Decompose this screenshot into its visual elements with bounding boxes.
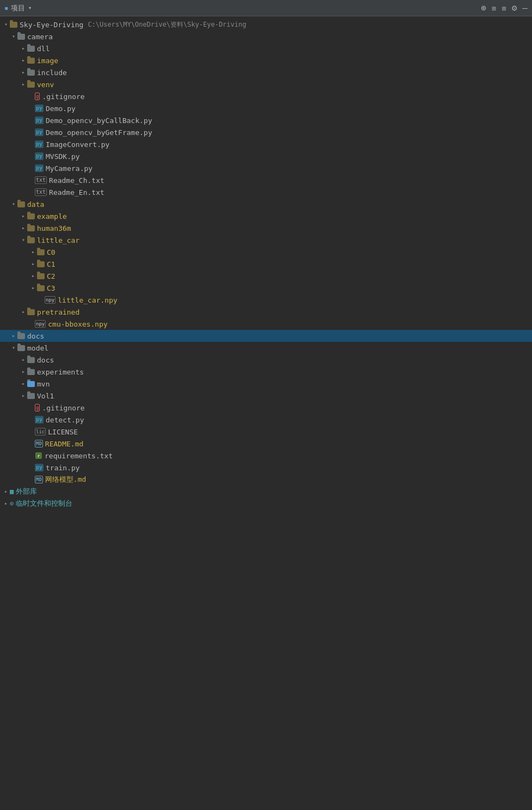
md-icon-network: MD xyxy=(35,476,43,483)
label-demo-getframe: Demo_opencv_byGetFrame.py xyxy=(46,128,152,137)
folder-dll[interactable]: dll xyxy=(0,42,532,54)
chevron-image[interactable] xyxy=(20,57,27,64)
chevron-root[interactable] xyxy=(2,21,10,28)
folder-docs-root[interactable]: docs xyxy=(0,330,532,342)
folder-model[interactable]: model xyxy=(0,342,532,354)
folder-icon-venv xyxy=(27,82,35,88)
file-mycamera[interactable]: py MyCamera.py xyxy=(0,162,532,174)
chevron-c0[interactable] xyxy=(29,248,37,256)
chevron-model[interactable] xyxy=(10,344,17,352)
file-license[interactable]: lic LICENSE xyxy=(0,426,532,438)
toolbar-dropdown[interactable]: ▾ xyxy=(28,4,32,11)
file-network-model-md[interactable]: MD 网络模型.md xyxy=(0,474,532,486)
label-include: include xyxy=(37,69,67,77)
folder-icon-docs-root xyxy=(17,333,25,339)
folder-icon-little-car xyxy=(27,237,35,243)
temp-files[interactable]: ⊙ 临时文件和控制台 xyxy=(0,498,532,510)
folder-human36m[interactable]: human36m xyxy=(0,222,532,234)
label-requirements: requirements.txt xyxy=(45,452,113,460)
file-cmu-bboxes[interactable]: npy cmu-bboxes.npy xyxy=(0,318,532,330)
folder-vol1[interactable]: Vol1 xyxy=(0,390,532,402)
folder-include[interactable]: include xyxy=(0,66,532,78)
label-model-docs: docs xyxy=(37,356,54,364)
chevron-include[interactable] xyxy=(20,69,27,76)
folder-icon-dll xyxy=(27,46,35,52)
file-readme-ch[interactable]: txt Readme_Ch.txt xyxy=(0,174,532,186)
label-demo-py: Demo.py xyxy=(46,105,76,113)
folder-icon-vol1 xyxy=(27,393,35,399)
minimize-button[interactable]: — xyxy=(522,4,528,13)
chevron-external[interactable] xyxy=(2,488,10,495)
folder-mvn[interactable]: mvn xyxy=(0,378,532,390)
chevron-little-car[interactable] xyxy=(20,236,27,244)
chevron-venv[interactable] xyxy=(20,81,27,88)
tree-root[interactable]: Sky-Eye-Driving C:\Users\MY\OneDrive\资料\… xyxy=(0,19,532,30)
chevron-c1[interactable] xyxy=(29,260,37,268)
py-icon-callback: py xyxy=(35,116,44,124)
chevron-pretrained[interactable] xyxy=(20,308,27,316)
chevron-docs-root[interactable] xyxy=(10,332,17,340)
align1-button[interactable]: ≡ xyxy=(492,4,496,12)
file-gitignore-model[interactable]: g .gitignore xyxy=(0,402,532,414)
folder-icon-image xyxy=(27,58,35,64)
npy-icon-little-car: npy xyxy=(45,296,55,304)
file-demo-callback[interactable]: py Demo_opencv_byCallBack.py xyxy=(0,114,532,126)
chevron-temp[interactable] xyxy=(2,500,10,507)
chevron-experiments[interactable] xyxy=(20,368,27,376)
chevron-data[interactable] xyxy=(10,200,17,208)
folder-camera[interactable]: camera xyxy=(0,30,532,42)
file-demo-getframe[interactable]: py Demo_opencv_byGetFrame.py xyxy=(0,126,532,138)
folder-little-car[interactable]: little_car xyxy=(0,234,532,246)
npy-icon-cmu: npy xyxy=(35,320,46,328)
chevron-dll[interactable] xyxy=(20,45,27,52)
label-little-car: little_car xyxy=(37,236,79,244)
chevron-c2[interactable] xyxy=(29,272,37,280)
label-train: train.py xyxy=(46,464,80,472)
file-mvsdk[interactable]: py MVSDK.py xyxy=(0,150,532,162)
folder-model-docs[interactable]: docs xyxy=(0,354,532,366)
file-readme-md[interactable]: MD README.md xyxy=(0,438,532,450)
add-button[interactable]: ⊕ xyxy=(481,4,486,13)
chevron-camera[interactable] xyxy=(10,33,17,40)
label-readme-en: Readme_En.txt xyxy=(49,188,104,197)
folder-experiments[interactable]: experiments xyxy=(0,366,532,378)
folder-image[interactable]: image xyxy=(0,54,532,66)
folder-venv[interactable]: venv xyxy=(0,78,532,90)
chevron-human36m[interactable] xyxy=(20,224,27,232)
chevron-c3[interactable] xyxy=(29,284,37,292)
align2-button[interactable]: ≡ xyxy=(502,4,506,12)
chevron-example[interactable] xyxy=(20,212,27,220)
folder-example[interactable]: example xyxy=(0,210,532,222)
external-libs[interactable]: ▦ 外部库 xyxy=(0,486,532,498)
label-demo-callback: Demo_opencv_byCallBack.py xyxy=(46,116,152,125)
chevron-mvn[interactable] xyxy=(20,380,27,388)
file-imageconvert[interactable]: py ImageConvert.py xyxy=(0,138,532,150)
file-readme-en[interactable]: txt Readme_En.txt xyxy=(0,186,532,198)
folder-icon-c1 xyxy=(37,261,45,267)
folder-c2[interactable]: C2 xyxy=(0,270,532,282)
settings-button[interactable]: ⚙ xyxy=(512,4,517,13)
folder-data[interactable]: data xyxy=(0,198,532,210)
file-detect[interactable]: py detect.py xyxy=(0,414,532,426)
folder-c0[interactable]: C0 xyxy=(0,246,532,258)
file-requirements[interactable]: r requirements.txt xyxy=(0,450,532,462)
label-imageconvert: ImageConvert.py xyxy=(46,140,109,149)
chevron-vol1[interactable] xyxy=(20,392,27,400)
temp-files-icon: ⊙ xyxy=(10,500,14,507)
folder-c1[interactable]: C1 xyxy=(0,258,532,270)
file-demo-py[interactable]: py Demo.py xyxy=(0,102,532,114)
label-venv: venv xyxy=(37,81,54,89)
file-gitignore-camera[interactable]: g .gitignore xyxy=(0,90,532,102)
file-little-car-npy[interactable]: npy little_car.npy xyxy=(0,294,532,306)
folder-c3[interactable]: C3 xyxy=(0,282,532,294)
folder-pretrained[interactable]: pretrained xyxy=(0,306,532,318)
root-path: C:\Users\MY\OneDrive\资料\Sky-Eye-Driving xyxy=(88,20,246,29)
chevron-model-docs[interactable] xyxy=(20,356,27,364)
folder-icon-c0 xyxy=(37,249,45,255)
toolbar-title: 项目 xyxy=(11,3,25,13)
folder-icon-camera xyxy=(17,34,25,40)
label-example: example xyxy=(37,212,67,220)
py-icon-mvsdk: py xyxy=(35,152,44,160)
folder-icon-include xyxy=(27,70,35,76)
file-train[interactable]: py train.py xyxy=(0,462,532,474)
